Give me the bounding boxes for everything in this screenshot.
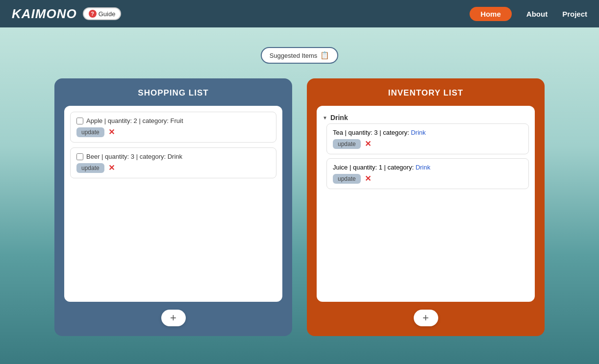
list-item: Beer | quantity: 3 | category: Drink upd… (70, 147, 276, 178)
inv-item-category-tea: Drink (411, 129, 425, 136)
delete-button-beer[interactable]: ✕ (108, 164, 115, 172)
update-button-tea[interactable]: update (333, 139, 361, 149)
delete-button-tea[interactable]: ✕ (365, 140, 371, 148)
delete-button-juice[interactable]: ✕ (365, 175, 371, 183)
nav-about[interactable]: About (526, 10, 548, 18)
shopping-add-button[interactable]: + (161, 310, 186, 326)
update-button-apple[interactable]: update (76, 127, 104, 137)
clipboard-icon: 📋 (320, 51, 329, 60)
update-button-juice[interactable]: update (333, 174, 361, 184)
nav-home[interactable]: Home (470, 7, 512, 21)
suggested-items-label: Suggested Items (270, 52, 318, 59)
inventory-list-panel: INVENTORY LIST ▼ Drink Tea | quantity: 3… (307, 78, 545, 336)
delete-button-apple[interactable]: ✕ (108, 128, 115, 136)
list-item: Apple | quantity: 2 | category: Fruit up… (70, 112, 276, 143)
shopping-list-title: SHOPPING LIST (138, 88, 208, 98)
lists-container: SHOPPING LIST Apple | quantity: 2 | cate… (54, 78, 545, 336)
brand-logo: KAIMONO (12, 6, 77, 22)
list-item: Tea | quantity: 3 | category: Drink upda… (326, 123, 529, 154)
category-arrow-drink: ▼ (323, 115, 327, 121)
category-header-drink[interactable]: ▼ Drink (323, 112, 529, 123)
item-checkbox-apple[interactable] (76, 118, 83, 124)
nav-project[interactable]: Project (562, 10, 587, 18)
list-item: Juice | quantity: 1 | category: Drink up… (326, 158, 529, 189)
inv-item-text-tea: Tea | quantity: 3 | category: Drink (333, 129, 426, 136)
shopping-list-inner: Apple | quantity: 2 | category: Fruit up… (64, 106, 282, 302)
update-button-beer[interactable]: update (76, 163, 104, 173)
item-text-beer: Beer | quantity: 3 | category: Drink (86, 153, 270, 160)
category-group-drink: ▼ Drink Tea | quantity: 3 | category: Dr… (323, 112, 529, 189)
shopping-list-panel: SHOPPING LIST Apple | quantity: 2 | cate… (54, 78, 292, 336)
category-items-drink: Tea | quantity: 3 | category: Drink upda… (326, 123, 529, 189)
inv-item-category-juice: Drink (416, 164, 430, 171)
navbar: KAIMONO ? Guide Home About Project (0, 0, 599, 27)
main-content: Suggested Items 📋 SHOPPING LIST Apple | … (0, 27, 599, 336)
main-nav: Home About Project (470, 7, 587, 21)
guide-button[interactable]: ? Guide (83, 7, 122, 20)
suggested-items-button[interactable]: Suggested Items 📋 (261, 47, 339, 64)
item-checkbox-beer[interactable] (76, 153, 83, 160)
inv-item-text-juice: Juice | quantity: 1 | category: Drink (333, 164, 430, 171)
inventory-add-button[interactable]: + (414, 310, 438, 326)
inventory-list-title: INVENTORY LIST (388, 88, 464, 98)
inventory-list-inner: ▼ Drink Tea | quantity: 3 | category: Dr… (317, 106, 535, 302)
guide-question-icon: ? (89, 10, 97, 18)
category-name-drink: Drink (330, 114, 348, 121)
guide-label: Guide (99, 10, 116, 18)
item-text-apple: Apple | quantity: 2 | category: Fruit (86, 117, 270, 124)
